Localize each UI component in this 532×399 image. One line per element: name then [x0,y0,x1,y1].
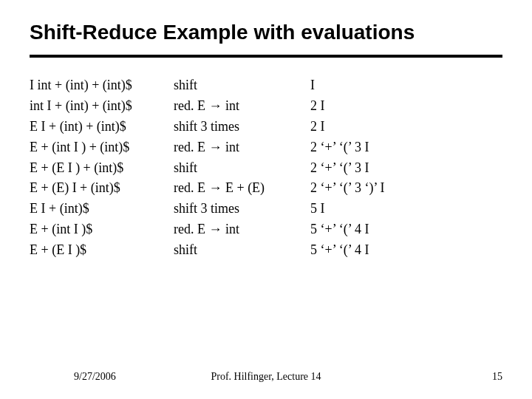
c2-r4: shift [174,158,303,179]
c1-r1: int I + (int) + (int)$ [30,96,166,117]
c3-r1: 2 I [310,96,458,117]
c3-r2: 2 I [310,117,458,137]
action-column: shift red. E → int shift 3 times red. E … [174,75,303,261]
c1-r3: E + (int I ) + (int)$ [30,137,166,158]
c2-r6: shift 3 times [174,199,303,219]
slide-title: Shift-Reduce Example with evaluations [30,21,502,44]
c2-r8: shift [174,240,303,261]
c2-r0: shift [174,75,303,96]
footer-date: 9/27/2006 [74,371,116,383]
title-rule [30,55,502,58]
evaluation-column: I 2 I 2 I 2 ‘+’ ‘(’ 3 I 2 ‘+’ ‘(’ 3 I 2 … [310,75,458,261]
trace-table: I int + (int) + (int)$ int I + (int) + (… [30,75,502,261]
c2-r7: red. E → int [174,219,303,240]
c3-r5: 2 ‘+’ ‘(’ 3 ‘)’ I [310,178,458,199]
footer-page-number: 15 [492,371,502,383]
c1-r5: E + (E) I + (int)$ [30,178,166,199]
c2-r2: shift 3 times [174,117,303,137]
stack-input-column: I int + (int) + (int)$ int I + (int) + (… [30,75,166,261]
c3-r7: 5 ‘+’ ‘(’ 4 I [310,219,458,240]
c3-r8: 5 ‘+’ ‘(’ 4 I [310,240,458,261]
c3-r0: I [310,75,458,96]
c2-r1: red. E → int [174,96,303,117]
c2-r3: red. E → int [174,137,303,158]
c3-r4: 2 ‘+’ ‘(’ 3 I [310,158,458,179]
c3-r3: 2 ‘+’ ‘(’ 3 I [310,137,458,158]
c1-r6: E I + (int)$ [30,199,166,219]
footer-center: Prof. Hilfinger, Lecture 14 [211,371,321,383]
c1-r7: E + (int I )$ [30,219,166,240]
c1-r2: E I + (int) + (int)$ [30,117,166,137]
c1-r0: I int + (int) + (int)$ [30,75,166,96]
c1-r8: E + (E I )$ [30,240,166,261]
c2-r5: red. E → E + (E) [174,178,303,199]
c3-r6: 5 I [310,199,458,219]
slide-footer: 9/27/2006 Prof. Hilfinger, Lecture 14 15 [0,371,532,383]
c1-r4: E + (E I ) + (int)$ [30,158,166,179]
